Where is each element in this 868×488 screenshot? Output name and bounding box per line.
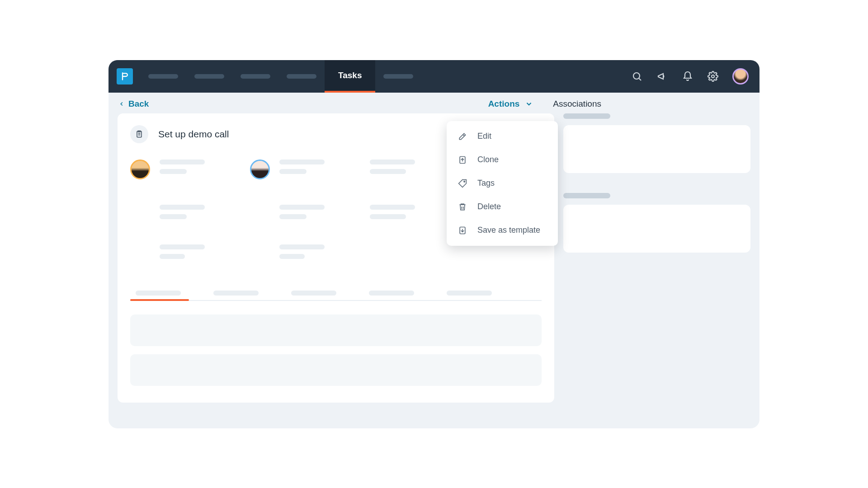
assignee-avatar[interactable] xyxy=(130,160,150,179)
svg-point-3 xyxy=(464,181,465,182)
content-area: Set up demo call xyxy=(108,113,760,412)
side-section-label-placeholder xyxy=(563,113,610,119)
trash-icon xyxy=(458,202,467,212)
detail-tab-placeholder[interactable] xyxy=(136,291,181,296)
detail-tab-placeholder[interactable] xyxy=(369,291,414,296)
side-group xyxy=(563,193,750,253)
search-icon[interactable] xyxy=(631,70,643,82)
meta-field-placeholder xyxy=(279,244,361,259)
detail-tab-placeholder[interactable] xyxy=(447,291,492,296)
app-logo[interactable] xyxy=(117,68,133,84)
nav-tab-tasks[interactable]: Tasks xyxy=(325,60,375,93)
actions-menu-delete[interactable]: Delete xyxy=(447,195,558,219)
side-column xyxy=(563,113,750,403)
meta-field-placeholder xyxy=(279,160,361,174)
menu-item-label: Save as template xyxy=(477,225,540,235)
nav-item-placeholder[interactable] xyxy=(194,74,224,79)
tag-icon xyxy=(458,178,467,188)
side-card-placeholder xyxy=(563,125,750,173)
meta-field-placeholder xyxy=(160,244,241,259)
detail-tabs xyxy=(130,291,542,301)
user-avatar[interactable] xyxy=(732,68,749,84)
nav-item-placeholder[interactable] xyxy=(241,74,270,79)
top-nav: Tasks xyxy=(108,60,760,93)
assignee-avatar[interactable] xyxy=(250,160,270,179)
meta-field-placeholder xyxy=(279,205,361,219)
content-block-placeholder xyxy=(130,314,542,346)
clone-icon xyxy=(458,155,467,165)
gear-icon[interactable] xyxy=(707,70,719,82)
nav-items: Tasks xyxy=(140,60,421,93)
detail-tab-placeholder[interactable] xyxy=(213,291,259,296)
side-card-placeholder xyxy=(563,205,750,253)
detail-tab-placeholder[interactable] xyxy=(291,291,336,296)
meta-field-placeholder xyxy=(370,160,451,174)
meta-field-placeholder xyxy=(160,205,241,219)
svg-point-0 xyxy=(633,73,640,79)
bell-icon[interactable] xyxy=(682,70,693,82)
edit-icon xyxy=(458,131,467,141)
announce-icon[interactable] xyxy=(656,70,668,82)
back-label: Back xyxy=(128,99,149,109)
svg-point-1 xyxy=(712,75,714,78)
menu-item-label: Tags xyxy=(477,178,495,188)
back-button[interactable]: Back xyxy=(118,99,149,109)
side-group xyxy=(563,113,750,173)
actions-dropdown-button[interactable]: Actions xyxy=(488,99,533,109)
content-block-placeholder xyxy=(130,354,542,386)
chevron-down-icon xyxy=(525,100,533,108)
actions-menu-clone[interactable]: Clone xyxy=(447,148,558,172)
actions-menu-save-template[interactable]: Save as template xyxy=(447,219,558,242)
app-frame: Tasks Back Actions xyxy=(108,60,760,428)
task-icon xyxy=(130,125,148,143)
side-section-label-placeholder xyxy=(563,193,610,198)
actions-label: Actions xyxy=(488,99,520,109)
associations-label: Associations xyxy=(553,99,601,108)
meta-field-placeholder xyxy=(160,160,241,174)
actions-dropdown-menu: Edit Clone Tags Delete Save as template xyxy=(447,121,558,246)
menu-item-label: Edit xyxy=(477,131,491,141)
actions-menu-tags[interactable]: Tags xyxy=(447,172,558,195)
nav-item-placeholder[interactable] xyxy=(383,74,413,79)
task-title: Set up demo call xyxy=(158,129,229,140)
template-icon xyxy=(458,225,467,235)
associations-link[interactable]: Associations xyxy=(553,99,601,109)
menu-item-label: Clone xyxy=(477,155,499,164)
actions-menu-edit[interactable]: Edit xyxy=(447,125,558,148)
menu-item-label: Delete xyxy=(477,202,501,211)
nav-item-placeholder[interactable] xyxy=(148,74,178,79)
task-meta-row-3 xyxy=(130,244,542,259)
meta-field-placeholder xyxy=(370,205,451,219)
nav-tab-label: Tasks xyxy=(338,70,362,80)
active-tab-indicator xyxy=(130,299,189,301)
nav-item-placeholder[interactable] xyxy=(287,74,316,79)
nav-right xyxy=(631,68,749,84)
sub-header-right: Actions Associations xyxy=(488,99,750,109)
sub-header: Back Actions Associations xyxy=(108,93,760,113)
